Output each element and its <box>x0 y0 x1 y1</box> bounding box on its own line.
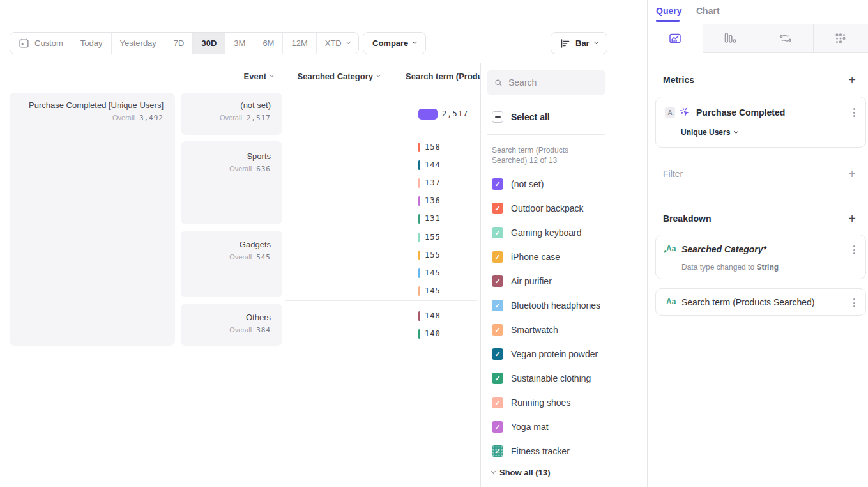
check-icon: ✓ <box>494 327 500 334</box>
chevron-down-icon <box>376 73 381 77</box>
event-cell[interactable]: Purchase Completed [Unique Users] Overal… <box>10 93 175 346</box>
check-icon: ✓ <box>494 424 500 431</box>
filter-item-air-purifier[interactable]: ✓ Air purifier <box>492 275 552 287</box>
date-7d-button[interactable]: 7D <box>165 33 193 54</box>
show-all-button[interactable]: Show all (13) <box>492 468 550 477</box>
check-icon: ✓ <box>494 302 500 309</box>
checkbox-checked[interactable]: ✓ <box>492 421 503 433</box>
filter-item-bluetooth-headphones[interactable]: ✓ Bluetooth headphones <box>492 300 600 311</box>
check-icon: ✓ <box>494 229 500 236</box>
breakdown-menu-button[interactable] <box>852 244 857 256</box>
select-all-checkbox-indeterminate[interactable] <box>492 111 503 123</box>
compare-button[interactable]: Compare <box>363 32 426 54</box>
breakdown-card-searched-category[interactable]: Aa * Searched Category* Data type change… <box>655 235 866 279</box>
metric-menu-button[interactable] <box>852 107 857 118</box>
category-cell-others[interactable]: Others Overall384 <box>181 304 282 346</box>
filter-item-vegan-protein-powder[interactable]: ✓ Vegan protein powder <box>492 348 598 360</box>
date-xtd-button[interactable]: XTD <box>316 33 358 54</box>
filter-item-running-shoes[interactable]: ✓ Running shoes <box>492 397 570 408</box>
checkbox-checked[interactable]: ✓ <box>492 275 503 287</box>
checkbox-checked[interactable]: ✓ <box>492 373 503 384</box>
checkbox-checked[interactable]: ✓ <box>492 203 503 214</box>
search-input[interactable] <box>508 77 598 88</box>
column-header-event[interactable]: Event <box>244 72 273 81</box>
add-filter-button[interactable]: + <box>848 169 856 179</box>
breakdown-card-search-term[interactable]: Aa Search term (Products Searched) <box>655 288 866 316</box>
filter-item-outdoor-backpack[interactable]: ✓ Outdoor backpack <box>492 203 584 214</box>
chevron-down-icon <box>594 40 598 44</box>
add-metric-button[interactable]: + <box>848 75 856 85</box>
filter-item-iphone-case[interactable]: ✓ iPhone case <box>492 251 560 263</box>
check-icon: ✓ <box>494 448 500 455</box>
checkbox-checked[interactable]: ✓ <box>492 324 503 336</box>
tab-query[interactable]: Query <box>656 6 681 16</box>
value-cell[interactable]: 158 <box>418 141 441 153</box>
checkbox-checked[interactable]: ✓ <box>492 397 503 408</box>
value-cell[interactable]: 144 <box>418 158 441 171</box>
view-tab-flows[interactable] <box>758 24 813 53</box>
category-cell-sports[interactable]: Sports Overall636 <box>181 141 282 224</box>
date-6m-button[interactable]: 6M <box>254 33 282 54</box>
query-builder-panel: Query Chart <box>647 0 868 487</box>
date-12m-button[interactable]: 12M <box>282 33 316 54</box>
filter-item-fitness-tracker[interactable]: ✓ Fitness tracker <box>492 445 570 457</box>
event-name: Purchase Completed [Unique Users] <box>10 100 164 110</box>
date-3m-button[interactable]: 3M <box>225 33 254 54</box>
date-custom-button[interactable]: Custom <box>10 33 72 54</box>
horizontal-bar-chart-icon <box>560 38 570 49</box>
string-type-icon: Aa <box>666 297 676 306</box>
add-breakdown-button[interactable]: + <box>848 213 856 224</box>
column-header-searched-category[interactable]: Searched Category <box>298 72 381 81</box>
view-tab-funnels[interactable] <box>703 24 758 53</box>
date-today-button[interactable]: Today <box>72 33 111 54</box>
value-cell[interactable]: 2,517 <box>418 107 468 120</box>
date-yesterday-button[interactable]: Yesterday <box>111 33 165 54</box>
date-30d-button[interactable]: 30D <box>192 33 225 54</box>
value-bar <box>418 251 420 260</box>
select-all-row[interactable]: Select all <box>492 111 550 123</box>
filter-item-gaming-keyboard[interactable]: ✓ Gaming keyboard <box>492 227 582 238</box>
value-cell[interactable]: 148 <box>418 309 441 322</box>
value-bar <box>418 143 420 152</box>
value-bar <box>418 109 438 120</box>
value-cell[interactable]: 155 <box>418 231 441 244</box>
row-group-divider <box>285 300 477 301</box>
segment-group-label: Search term (Products Searched) 12 of 13 <box>492 145 604 166</box>
value-cell[interactable]: 137 <box>418 176 441 189</box>
filter-item-yoga-mat[interactable]: ✓ Yoga mat <box>492 421 549 433</box>
measure-select[interactable]: Unique Users <box>681 128 738 137</box>
tab-chart[interactable]: Chart <box>696 6 720 16</box>
value-cell[interactable]: 145 <box>418 284 441 297</box>
checkbox-checked[interactable]: ✓ <box>492 251 503 263</box>
checkbox-checked[interactable]: ✓ <box>492 300 503 311</box>
chart-type-select[interactable]: Bar <box>551 32 607 54</box>
data-type-note: Data type changed to String <box>681 263 779 272</box>
filter-item-smartwatch[interactable]: ✓ Smartwatch <box>492 324 558 336</box>
category-cell-not-set[interactable]: (not set) Overall2,517 <box>181 93 282 135</box>
filter-item-not-set[interactable]: ✓ (not set) <box>492 178 544 190</box>
value-cell[interactable]: 155 <box>418 249 441 261</box>
category-cell-gadgets[interactable]: Gadgets Overall545 <box>181 231 282 297</box>
value-bar <box>418 196 420 206</box>
value-cell[interactable]: 131 <box>418 212 441 225</box>
breakdown-menu-button[interactable] <box>852 297 857 309</box>
date-custom-label: Custom <box>34 38 63 48</box>
value-cell[interactable]: 140 <box>418 327 441 340</box>
search-box[interactable] <box>487 70 605 95</box>
metric-card[interactable]: A Purchase Completed Unique Users <box>655 97 866 148</box>
value-cell[interactable]: 136 <box>418 194 441 207</box>
value-bar <box>418 178 420 188</box>
checkbox-checked[interactable]: ✓ <box>492 445 503 457</box>
segment-filter-panel: Select all Search term (Products Searche… <box>480 63 647 487</box>
value-cell[interactable]: 145 <box>418 267 441 279</box>
value-bar <box>418 329 420 339</box>
filter-item-sustainable-clothing[interactable]: ✓ Sustainable clothing <box>492 373 591 384</box>
value-bar <box>418 160 420 170</box>
checkbox-checked[interactable]: ✓ <box>492 227 503 238</box>
checkbox-checked[interactable]: ✓ <box>492 178 503 190</box>
view-tab-retention[interactable] <box>813 24 868 53</box>
view-type-tabs <box>648 24 868 53</box>
row-group-divider <box>285 228 477 228</box>
view-tab-insights[interactable] <box>648 24 703 53</box>
checkbox-checked[interactable]: ✓ <box>492 348 503 360</box>
